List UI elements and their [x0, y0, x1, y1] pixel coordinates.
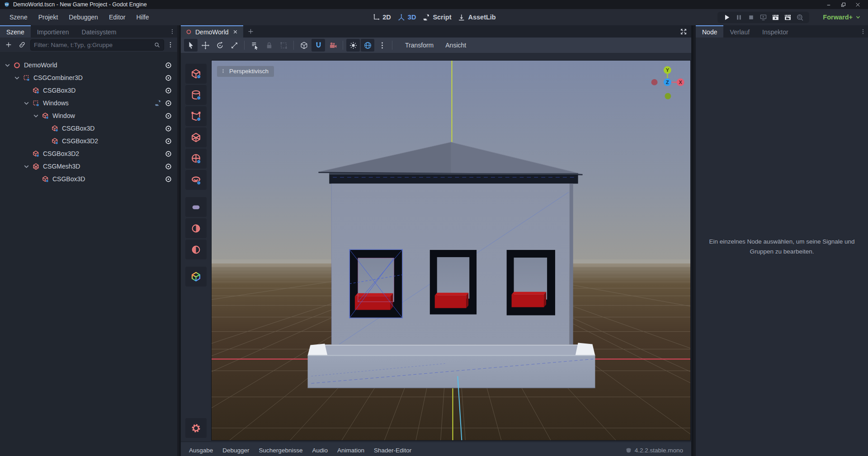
close-button[interactable]	[854, 1, 862, 8]
chevron-down-icon[interactable]	[23, 163, 30, 170]
tree-row-csgbox3d2[interactable]: CSGBox3D2	[0, 135, 177, 147]
visibility-toggle[interactable]	[165, 175, 172, 183]
menu-hilfe[interactable]: Hilfe	[131, 11, 154, 23]
scene-filter-input[interactable]	[34, 42, 151, 48]
minimize-button[interactable]	[825, 1, 833, 8]
tree-row-csgbox3d[interactable]: CSGBox3D	[0, 122, 177, 135]
scale-tool-button[interactable]	[227, 39, 241, 52]
csg-box-button[interactable]	[185, 64, 207, 84]
visibility-toggle[interactable]	[165, 112, 172, 120]
bottom-panel-shader-editor[interactable]: Shader-Editor	[374, 447, 411, 454]
move-tool-button[interactable]	[198, 39, 212, 52]
tree-row-windows[interactable]: Windows	[0, 97, 177, 109]
csg-options-button[interactable]	[185, 418, 207, 438]
preview-environment-toggle-button[interactable]	[361, 39, 374, 52]
stop-button[interactable]	[747, 14, 755, 21]
chevron-down-icon[interactable]	[4, 61, 11, 69]
tree-row-csgcombiner3d[interactable]: CSGCombiner3D	[0, 71, 177, 84]
tab-szene[interactable]: Szene	[0, 25, 31, 38]
play-scene-button[interactable]	[772, 14, 779, 21]
visibility-toggle[interactable]	[165, 74, 172, 82]
bottom-panel-ausgabe[interactable]: Ausgabe	[189, 447, 213, 454]
bottom-panel-suchergebnisse[interactable]: Suchergebnisse	[259, 447, 303, 454]
camera-preview-toggle-button[interactable]	[326, 39, 340, 52]
visibility-toggle[interactable]	[165, 163, 172, 170]
workspace-3d[interactable]: 3D	[397, 14, 416, 21]
tree-row-demoworld[interactable]: DemoWorld	[0, 59, 177, 71]
visibility-toggle[interactable]	[165, 87, 172, 94]
tab-inspektor[interactable]: Inspektor	[756, 25, 795, 38]
close-tab-icon[interactable]	[232, 29, 238, 35]
chevron-down-icon[interactable]	[13, 74, 21, 82]
tree-options-menu-button[interactable]	[167, 39, 174, 50]
tree-row-csgbox3d2[interactable]: CSGBox3D2	[0, 147, 177, 160]
chevron-down-icon[interactable]	[32, 112, 40, 120]
tab-dateisystem[interactable]: Dateisystem	[75, 25, 123, 38]
visibility-toggle[interactable]	[165, 125, 172, 132]
workspace-assetlib[interactable]: AssetLib	[458, 14, 495, 21]
add-node-button[interactable]	[3, 39, 14, 50]
rotate-tool-button[interactable]	[213, 39, 226, 52]
restore-button[interactable]	[839, 1, 847, 8]
csg-mesh-button[interactable]	[185, 127, 207, 147]
bottom-panel-audio[interactable]: Audio	[312, 447, 328, 454]
csg-sphere-button[interactable]	[185, 149, 207, 169]
menu-debuggen[interactable]: Debuggen	[64, 11, 103, 23]
visibility-toggle[interactable]	[165, 61, 172, 69]
bottom-panel-debugger[interactable]: Debugger	[222, 447, 249, 454]
gizmo-neg-y[interactable]	[665, 93, 671, 99]
select-tool-button[interactable]	[184, 39, 198, 52]
tab-importieren[interactable]: Importieren	[31, 25, 75, 38]
chevron-down-icon[interactable]	[23, 99, 30, 107]
tab-verlauf[interactable]: Verlauf	[723, 25, 756, 38]
workspace-2d[interactable]: 2D	[372, 14, 391, 21]
bottom-panel-animation[interactable]: Animation	[337, 447, 364, 454]
lock-selected-button[interactable]	[262, 39, 276, 52]
visibility-toggle[interactable]	[165, 150, 172, 158]
group-selected-button[interactable]	[277, 39, 290, 52]
visibility-toggle[interactable]	[165, 137, 172, 145]
perspective-menu-button[interactable]: Perspektivisch	[217, 66, 274, 77]
script-attached-icon[interactable]	[154, 99, 161, 107]
gizmo-neg-x[interactable]	[651, 79, 658, 85]
play-remote-button[interactable]	[760, 14, 767, 21]
viewport-menu-transform[interactable]: Transform	[399, 39, 439, 51]
left-dock-menu-button[interactable]	[167, 25, 177, 38]
play-button[interactable]	[723, 14, 731, 21]
gridmap-button[interactable]	[185, 267, 207, 287]
scene-tab-demoworld[interactable]: DemoWorld	[181, 25, 243, 38]
expand-viewport-button[interactable]	[676, 25, 691, 38]
tab-node[interactable]: Node	[696, 25, 723, 38]
tree-row-csgbox3d[interactable]: CSGBox3D	[0, 84, 177, 97]
csg-capsule-button[interactable]	[185, 197, 207, 217]
new-scene-tab-button[interactable]	[243, 25, 259, 38]
tree-row-csgmesh3d[interactable]: CSGMesh3D	[0, 160, 177, 173]
csg-cylinder-button[interactable]	[185, 85, 207, 105]
tree-row-window[interactable]: Window	[0, 109, 177, 122]
menu-editor[interactable]: Editor	[104, 11, 131, 23]
3d-viewport[interactable]: Y Z X Perspektivisch	[211, 60, 691, 441]
movie-maker-button[interactable]	[796, 14, 804, 21]
csg-op-intersection-button[interactable]	[185, 218, 207, 238]
renderer-select[interactable]: Forward+	[823, 14, 861, 21]
menu-projekt[interactable]: Projekt	[33, 11, 63, 23]
local-space-toggle-button[interactable]	[297, 39, 311, 52]
preview-environment-menu-button[interactable]	[375, 39, 389, 52]
play-custom-scene-button[interactable]	[784, 14, 792, 21]
instance-scene-button[interactable]	[17, 39, 28, 50]
csg-polygon-button[interactable]	[185, 106, 207, 126]
right-dock-menu-button[interactable]	[858, 25, 868, 38]
tree-row-csgbox3d[interactable]: CSGBox3D	[0, 173, 177, 185]
list-select-tool-button[interactable]	[248, 39, 261, 52]
preview-sun-toggle-button[interactable]	[346, 39, 360, 52]
menu-szene[interactable]: Szene	[5, 11, 33, 23]
left-dock: SzeneImportierenDateisystem DemoWorldCSG…	[0, 25, 179, 456]
workspace-script[interactable]: Script	[422, 14, 451, 21]
pause-button[interactable]	[735, 14, 743, 21]
snap-toggle-button[interactable]	[311, 39, 325, 52]
csg-torus-button[interactable]	[185, 170, 207, 190]
csg-op-subtraction-button[interactable]	[185, 240, 207, 259]
tree-node-label: Window	[51, 112, 75, 119]
viewport-menu-ansicht[interactable]: Ansicht	[439, 39, 472, 51]
visibility-toggle[interactable]	[165, 99, 172, 107]
